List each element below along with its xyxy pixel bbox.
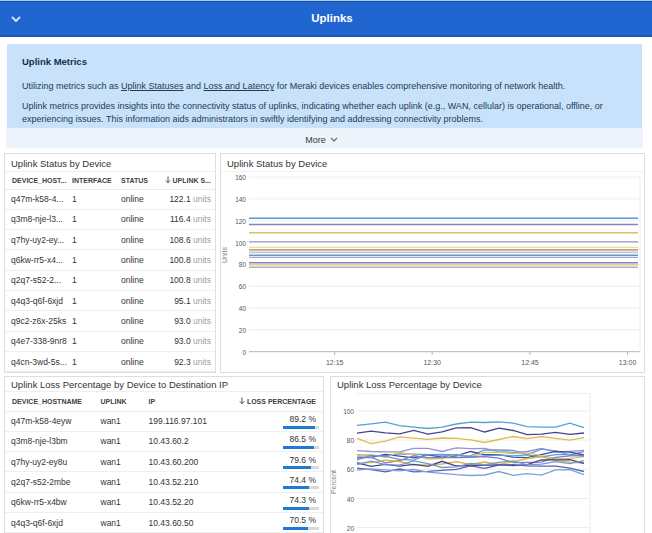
svg-text:140: 140 (235, 196, 246, 203)
svg-text:160: 160 (235, 174, 246, 181)
svg-text:0: 0 (242, 349, 246, 356)
svg-text:60: 60 (347, 466, 355, 473)
svg-text:13:00: 13:00 (619, 359, 637, 366)
svg-text:120: 120 (235, 218, 246, 225)
svg-text:40: 40 (347, 496, 355, 503)
svg-text:80: 80 (347, 437, 355, 444)
svg-text:12:30: 12:30 (423, 359, 441, 366)
svg-text:Percent: Percent (331, 470, 337, 494)
svg-text:12:15: 12:15 (326, 359, 344, 366)
svg-text:12:45: 12:45 (521, 359, 539, 366)
svg-text:20: 20 (239, 327, 247, 334)
svg-text:Units: Units (221, 247, 228, 263)
svg-text:40: 40 (239, 305, 247, 312)
svg-text:80: 80 (239, 261, 247, 268)
svg-text:100: 100 (235, 240, 246, 247)
svg-text:20: 20 (347, 525, 355, 532)
svg-text:60: 60 (239, 283, 247, 290)
svg-text:100: 100 (343, 408, 354, 415)
